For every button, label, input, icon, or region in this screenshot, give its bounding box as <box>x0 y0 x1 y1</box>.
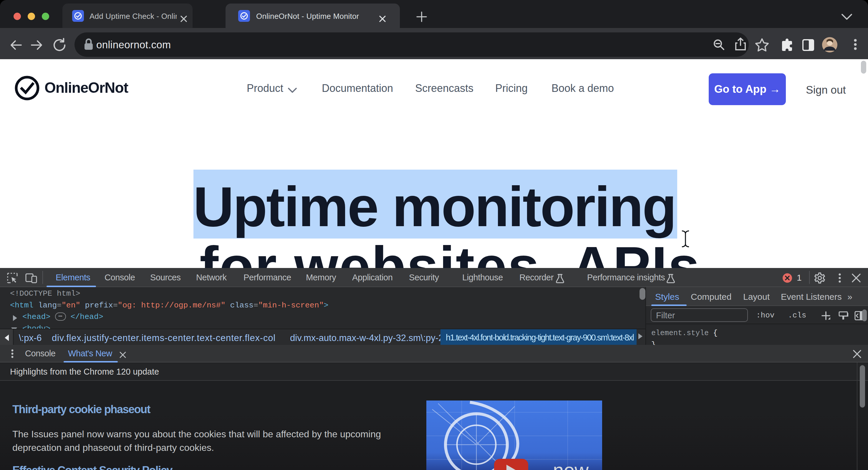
svg-text:now: now <box>553 460 589 470</box>
